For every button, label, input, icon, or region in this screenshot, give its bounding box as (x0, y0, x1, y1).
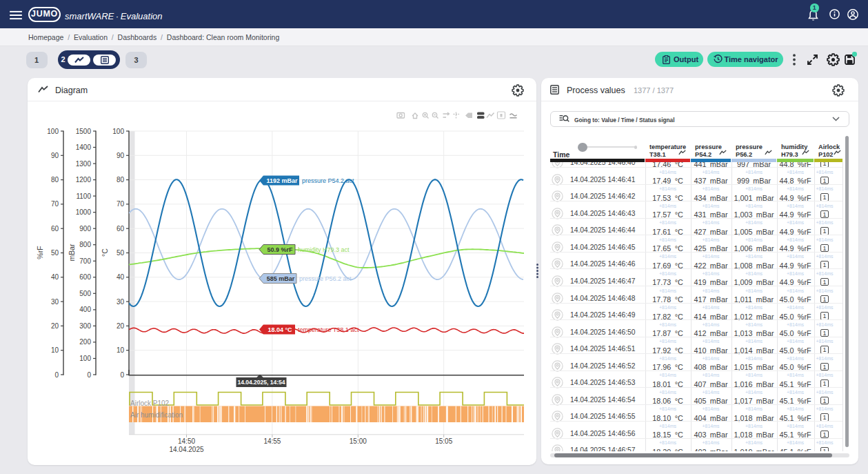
svg-text:14:50: 14:50 (178, 437, 195, 445)
svg-text:14:55: 14:55 (263, 437, 281, 445)
svg-text:20: 20 (117, 322, 125, 330)
svg-text:70: 70 (51, 200, 59, 208)
svg-text:900: 900 (79, 225, 91, 233)
svg-text:40: 40 (51, 273, 59, 281)
svg-text:200: 200 (79, 338, 91, 346)
svg-text:14.04.2025: 14.04.2025 (169, 446, 203, 453)
svg-text:14.04.2025, 14:54: 14.04.2025, 14:54 (237, 379, 285, 386)
svg-text:90: 90 (51, 152, 59, 159)
svg-text:400: 400 (79, 306, 91, 313)
svg-text:40: 40 (117, 273, 125, 281)
svg-text:0: 0 (120, 371, 124, 379)
svg-text:10: 10 (51, 346, 59, 354)
svg-text:1500: 1500 (76, 128, 92, 135)
svg-text:50: 50 (51, 249, 59, 257)
svg-text:80: 80 (51, 176, 59, 184)
svg-text:1000: 1000 (76, 208, 92, 216)
svg-text:mBar: mBar (68, 244, 76, 261)
svg-text:300: 300 (79, 322, 91, 330)
svg-text:585 mBar: 585 mBar (267, 275, 295, 282)
svg-text:70: 70 (117, 200, 125, 208)
svg-text:15:05: 15:05 (435, 437, 452, 445)
svg-text:60: 60 (51, 225, 59, 233)
svg-text:10: 10 (117, 346, 125, 354)
svg-text:Airlock P102: Airlock P102 (130, 399, 170, 407)
svg-text:60: 60 (117, 225, 125, 233)
svg-text:0: 0 (54, 371, 59, 379)
svg-text:1200: 1200 (76, 176, 92, 184)
svg-text:18.04 °C: 18.04 °C (268, 326, 292, 333)
svg-text:0: 0 (87, 371, 91, 379)
svg-text:pressure P56.2 act: pressure P56.2 act (299, 275, 352, 282)
svg-text:100: 100 (79, 355, 91, 362)
svg-text:50: 50 (117, 249, 125, 257)
svg-text:1400: 1400 (76, 144, 92, 151)
svg-text:20: 20 (51, 322, 59, 330)
svg-text:700: 700 (79, 257, 91, 265)
svg-text:%rF: %rF (36, 246, 44, 259)
svg-text:1192 mBar: 1192 mBar (266, 177, 298, 184)
svg-text:15:00: 15:00 (350, 437, 367, 445)
svg-text:500: 500 (79, 290, 91, 297)
svg-text:100: 100 (47, 128, 59, 135)
svg-text:80: 80 (117, 176, 125, 184)
svg-text:°C: °C (101, 248, 109, 257)
svg-text:1300: 1300 (76, 160, 92, 168)
svg-text:temperature T38.1 act: temperature T38.1 act (298, 326, 359, 333)
svg-text:30: 30 (51, 298, 59, 306)
svg-text:pressure P54.2 act: pressure P54.2 act (302, 177, 354, 184)
svg-text:30: 30 (117, 298, 125, 306)
svg-text:Air humidification: Air humidification (130, 411, 183, 419)
svg-text:600: 600 (79, 273, 91, 281)
svg-text:1100: 1100 (76, 192, 91, 200)
svg-text:100: 100 (112, 128, 124, 135)
svg-text:humidity H79.3 act: humidity H79.3 act (298, 246, 350, 253)
svg-text:800: 800 (79, 241, 91, 248)
svg-text:50.9 %rF: 50.9 %rF (267, 246, 293, 253)
svg-text:90: 90 (117, 152, 125, 159)
